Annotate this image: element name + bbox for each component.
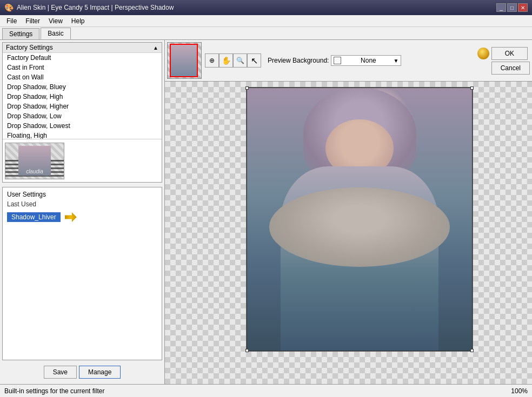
list-item[interactable]: Cast on Wall — [3, 72, 162, 82]
preview-thumbnail — [167, 42, 202, 79]
cancel-button[interactable]: Cancel — [491, 62, 530, 75]
list-item[interactable]: Drop Shadow, Higher — [3, 102, 162, 111]
preview-toolbar: ⊕ ✋ 🔍 ↖ Preview Background: None ▼ OK Ca… — [165, 40, 532, 82]
preview-image — [246, 87, 473, 352]
user-settings-header: User Settings — [5, 190, 159, 199]
user-settings-section: User Settings Last Used Shadow_Lhiver — [2, 187, 162, 360]
zoom-tool[interactable]: 🔍 — [233, 53, 247, 68]
ok-cancel-group: OK Cancel — [477, 47, 530, 75]
manage-button[interactable]: Manage — [79, 366, 121, 379]
select-tool[interactable]: ↖ — [247, 53, 261, 68]
selection-border — [247, 88, 473, 351]
selection-handle-br[interactable] — [470, 349, 474, 352]
gold-arrow-icon — [65, 212, 77, 222]
list-item[interactable]: Floating, High — [3, 131, 162, 139]
save-button[interactable]: Save — [44, 366, 77, 379]
status-message: Built-in settings for the current filter — [4, 387, 104, 395]
list-item[interactable]: Drop Shadow, Bluey — [3, 82, 162, 92]
preview-bg-value: None — [361, 57, 376, 64]
ok-gold-indicator — [477, 48, 489, 59]
factory-settings-list: Factory Default Cast in Front Cast on Wa… — [3, 53, 162, 139]
dropdown-arrow-icon: ▼ — [393, 58, 398, 64]
ok-button[interactable]: OK — [491, 47, 528, 60]
list-item[interactable]: Drop Shadow, High — [3, 92, 162, 102]
tab-settings[interactable]: Settings — [2, 28, 39, 39]
tab-bar: Settings Basic — [0, 27, 532, 40]
last-used-label: Last Used — [5, 199, 159, 209]
list-item[interactable]: Factory Default — [3, 53, 162, 63]
factory-settings-header: Factory Settings ▲ — [3, 43, 162, 53]
list-item[interactable]: Drop Shadow, Lowest — [3, 121, 162, 131]
list-item[interactable]: Cast in Front — [3, 63, 162, 72]
selection-handle-bl[interactable] — [245, 349, 249, 352]
factory-settings-section: Factory Settings ▲ Factory Default Cast … — [2, 42, 162, 183]
preview-bg-select[interactable]: None ▼ — [331, 55, 401, 66]
maximize-button[interactable]: □ — [507, 3, 517, 12]
preview-canvas[interactable] — [165, 82, 532, 384]
close-button[interactable]: ✕ — [518, 3, 528, 12]
menu-help[interactable]: Help — [67, 16, 89, 26]
window-title: Alien Skin | Eye Candy 5 Impact | Perspe… — [17, 4, 174, 11]
right-panel: ⊕ ✋ 🔍 ↖ Preview Background: None ▼ OK Ca… — [165, 40, 532, 384]
menu-file[interactable]: File — [2, 16, 21, 26]
list-item[interactable]: Drop Shadow, Low — [3, 111, 162, 121]
action-buttons: Save Manage — [0, 362, 164, 382]
menu-bar: File Filter View Help — [0, 15, 532, 27]
menu-view[interactable]: View — [44, 16, 67, 26]
hand-tool[interactable]: ✋ — [219, 53, 233, 68]
zoom-to-fit-tool[interactable]: ⊕ — [205, 53, 219, 68]
scroll-up-arrow[interactable]: ▲ — [153, 45, 158, 51]
minimize-button[interactable]: _ — [496, 3, 506, 12]
effect-thumbnail: claudia — [5, 143, 64, 179]
preview-bg-label: Preview Background: — [268, 57, 329, 64]
zoom-level: 100% — [511, 387, 528, 395]
tab-basic[interactable]: Basic — [41, 28, 70, 39]
app-icon: 🎨 — [4, 3, 14, 12]
selection-handle-tl[interactable] — [245, 86, 249, 90]
selection-handle-tr[interactable] — [470, 86, 474, 90]
menu-filter[interactable]: Filter — [21, 16, 44, 26]
title-bar: 🎨 Alien Skin | Eye Candy 5 Impact | Pers… — [0, 0, 532, 15]
selected-user-setting[interactable]: Shadow_Lhiver — [7, 212, 61, 222]
left-panel: Factory Settings ▲ Factory Default Cast … — [0, 40, 165, 384]
status-bar: Built-in settings for the current filter… — [0, 384, 532, 397]
